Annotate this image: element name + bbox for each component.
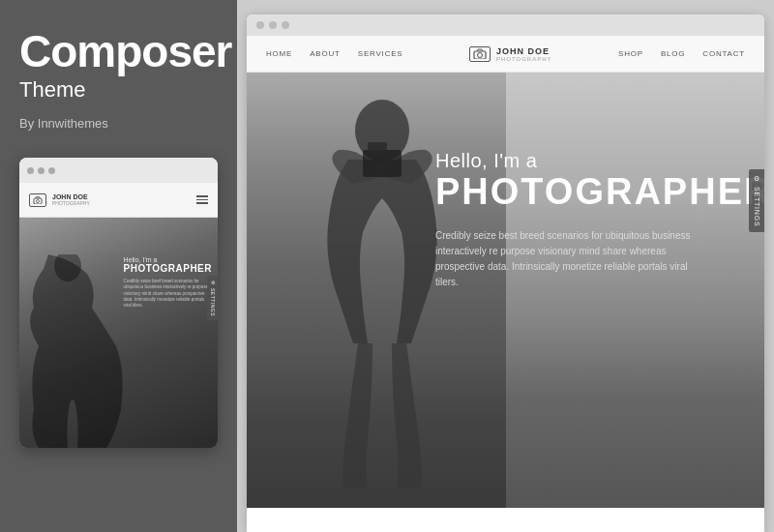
desktop-logo: JOHN DOE PHOTOGRAPHY — [469, 46, 552, 62]
hero-sea-bg — [480, 73, 764, 508]
mockup-settings-tab[interactable]: ⚙ SETTINGS — [207, 276, 218, 320]
desktop-logo-text: JOHN DOE PHOTOGRAPHY — [496, 46, 552, 62]
hero-person-area — [247, 73, 506, 508]
mockup-hero-text: Hello, I'm a PHOTOGRAPHER Credibly seize… — [124, 256, 212, 309]
right-panel: HOME ABOUT SERVICES JOHN DOE PHOTOGRAPHY… — [237, 0, 774, 532]
nav-services[interactable]: SERVICES — [358, 49, 403, 58]
desktop-hero: Hello, I'm a PHOTOGRAPHER Credibly seize… — [247, 73, 764, 508]
desktop-nav: HOME ABOUT SERVICES JOHN DOE PHOTOGRAPHY… — [247, 36, 764, 73]
mockup-topbar — [19, 158, 218, 183]
theme-by: By Innwithemes — [19, 116, 218, 131]
hero-photographer: PHOTOGRAPHER — [435, 172, 735, 213]
desktop-camera-icon — [469, 46, 491, 62]
mockup-logo: JOHN DOE PHOTOGRAPHY — [29, 193, 90, 207]
nav-blog[interactable]: BLOG — [661, 49, 685, 58]
svg-point-1 — [37, 199, 40, 202]
mockup-dot-2 — [38, 167, 45, 174]
hamburger-icon[interactable] — [196, 195, 208, 204]
mobile-preview: JOHN DOE PHOTOGRAPHY Hello, I'm a PHOTOG… — [19, 158, 218, 448]
left-panel: Composer Theme By Innwithemes JOHN DO — [0, 0, 237, 532]
svg-rect-0 — [34, 198, 42, 204]
svg-point-4 — [477, 53, 482, 58]
nav-home[interactable]: HOME — [266, 49, 292, 58]
theme-title-line1: Composer — [19, 29, 218, 74]
nav-shop[interactable]: SHOP — [618, 49, 643, 58]
mockup-nav: JOHN DOE PHOTOGRAPHY — [19, 183, 218, 218]
desktop-dot-3 — [282, 21, 289, 29]
mockup-dot-3 — [48, 167, 55, 174]
desktop-logo-name: JOHN DOE — [496, 46, 552, 56]
hero-text-area: Hello, I'm a PHOTOGRAPHER Credibly seize… — [435, 150, 735, 290]
nav-about[interactable]: ABOUT — [310, 49, 341, 58]
svg-rect-6 — [363, 150, 402, 177]
svg-rect-7 — [368, 142, 387, 154]
mockup-logo-name: JOHN DOE — [52, 193, 90, 201]
mockup-logo-text-wrap: JOHN DOE PHOTOGRAPHY — [52, 193, 90, 207]
desktop-logo-sub: PHOTOGRAPHY — [496, 56, 552, 62]
desktop-topbar — [247, 15, 764, 36]
desktop-dot-2 — [269, 21, 277, 29]
nav-contact[interactable]: CONTACT — [702, 49, 745, 58]
mockup-person-silhouette — [19, 254, 126, 448]
mockup-camera-icon — [29, 193, 46, 207]
mockup-hello: Hello, I'm a — [124, 256, 212, 263]
mockup-dot-1 — [27, 167, 34, 174]
settings-label: SETTINGS — [754, 187, 760, 226]
desktop-dot-1 — [256, 21, 264, 29]
mockup-logo-sub: PHOTOGRAPHY — [52, 200, 90, 206]
desktop-settings-tab[interactable]: ⚙ SETTINGS — [749, 169, 764, 232]
hero-hello: Hello, I'm a — [435, 150, 735, 172]
theme-title-line2: Theme — [19, 77, 218, 103]
desktop-preview: HOME ABOUT SERVICES JOHN DOE PHOTOGRAPHY… — [247, 15, 764, 532]
mockup-photographer: PHOTOGRAPHER — [124, 263, 212, 274]
settings-gear-icon: ⚙ — [753, 175, 760, 184]
mockup-body: Credibly seize beef breed scenarios for … — [124, 279, 211, 309]
mockup-hero: Hello, I'm a PHOTOGRAPHER Credibly seize… — [19, 218, 218, 448]
hero-body: Credibly seize best breed scenarios for … — [435, 228, 697, 290]
